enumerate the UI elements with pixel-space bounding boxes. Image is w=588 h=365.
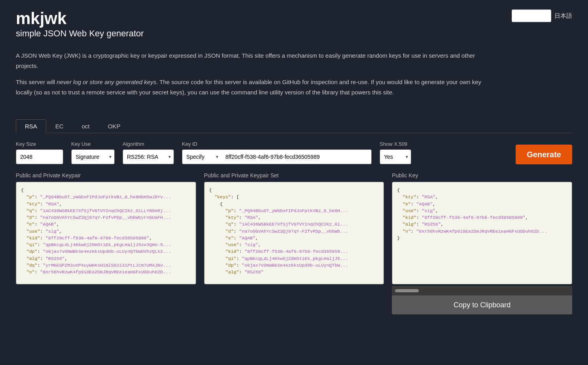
lang-input[interactable] — [512, 9, 551, 22]
kps-line-1: "keys": [ — [209, 194, 379, 200]
pk-line-3: "use": "sig", — [397, 207, 567, 214]
copy-button-area[interactable]: Copy to Clipboard — [392, 295, 572, 314]
generate-button[interactable]: Generate — [516, 145, 572, 164]
key-id-label: Key ID — [182, 141, 372, 147]
show-x509-select[interactable]: Yes No — [380, 149, 411, 164]
kps-line-11: "dp": "o6jax7vONWBkSe4ezKksUpd0b-uLUynQT… — [209, 262, 379, 269]
kps-line-7: "e": "AQAB", — [209, 235, 379, 241]
key-id-group: Key ID Specify Auto — [182, 141, 372, 164]
kp-line-3: "q": "1AC436WSBkEE7XfSjfVGTVYInqChQCIKz_… — [21, 207, 191, 214]
kps-line-12: "alg": "RS256" — [209, 269, 379, 275]
key-id-input[interactable] — [221, 149, 372, 164]
key-use-group: Key Use Signature Encryption — [71, 141, 115, 164]
kp-line-6: "use": "sig", — [21, 228, 191, 235]
pk-line-7: } — [397, 235, 567, 241]
public-key-label: Public Key — [392, 172, 572, 179]
kps-line-2: { — [209, 201, 379, 207]
public-key-panel: Public Key { "kty": "RSA", "e": "AQAB", … — [392, 172, 572, 314]
desc-para2-start: This server will — [16, 79, 57, 85]
kp-line-10: "alg": "RS256", — [21, 255, 191, 262]
app-title: mkjwk — [16, 9, 572, 28]
kp-line-11: "dq": "yrMKEGPZM3uVP4uyWKKsHiNlSG3i31PtL… — [21, 262, 191, 269]
tabs-section: RSA EC oct OKP — [0, 107, 588, 133]
pk-line-2: "e": "AQAB", — [397, 201, 567, 207]
kp-line-0: { — [21, 187, 191, 194]
scrollbar[interactable] — [395, 289, 419, 292]
key-id-row: Specify Auto — [182, 149, 372, 164]
output-grid: Public and Private Keypair { "p": "_PQ94… — [16, 172, 572, 314]
keypair-panel: Public and Private Keypair { "p": "_PQ94… — [16, 172, 196, 314]
show-x509-label: Show X.509 — [380, 141, 411, 147]
copy-to-clipboard-button[interactable]: Copy to Clipboard — [454, 301, 510, 309]
kps-line-0: { — [209, 187, 379, 194]
kps-line-5: "q": "1AC436WSBkEE7XfSjfVGTVYInqChQCIKz_… — [209, 221, 379, 228]
key-size-group: Key Size — [16, 141, 63, 164]
algorithm-label: Algorithm — [123, 141, 174, 147]
key-id-dropdown[interactable]: Specify Auto — [182, 149, 221, 164]
pk-line-4: "kid": "8ff20cff-f538-4af6-97b8-fecd3650… — [397, 214, 567, 221]
controls-section: Key Size Key Use Signature Encryption Al… — [0, 133, 588, 172]
kp-line-5: "e": "AQAB", — [21, 221, 191, 228]
tab-okp[interactable]: OKP — [99, 119, 130, 133]
header: mkjwk simple JSON Web Key generator 日本語 — [0, 0, 588, 43]
scrollbar-area — [392, 286, 572, 295]
kps-line-4: "kty": "RSA", — [209, 214, 379, 221]
key-use-select[interactable]: Signature Encryption — [71, 149, 115, 164]
show-x509-wrapper: Yes No — [380, 149, 411, 164]
desc-para2: This server will never log or store any … — [16, 77, 498, 97]
tab-ec[interactable]: EC — [46, 119, 73, 133]
key-size-input[interactable] — [16, 149, 63, 164]
kps-line-9: "kid": "8ff20cff-f538-4af6-97b8-fecd3650… — [209, 248, 379, 255]
tabs: RSA EC oct OKP — [16, 119, 572, 133]
algorithm-wrapper: RS256: RSA RS384: RSA RS512: RSA — [123, 149, 174, 164]
public-key-box: { "kty": "RSA", "e": "AQAB", "use": "sig… — [392, 182, 572, 284]
key-use-wrapper: Signature Encryption — [71, 149, 115, 164]
kp-line-12: "n": "0Xr56hvRzwK4fp9i0Ea2DmJRqVREeieaHG… — [21, 269, 191, 275]
keypair-set-panel: Public and Private Keypair Set { "keys":… — [204, 172, 384, 314]
keypair-box: { "p": "_PQ94BbuDT_yWGDxFIPdJoFptkVBz_8_… — [16, 182, 196, 284]
app-subtitle: simple JSON Web Key generator — [16, 28, 572, 39]
key-id-dropdown-wrapper: Specify Auto — [182, 149, 221, 164]
description: A JSON Web Key (JWK) is a cryptographic … — [0, 43, 514, 107]
key-size-label: Key Size — [16, 141, 63, 147]
output-section: Public and Private Keypair { "p": "_PQ94… — [0, 172, 588, 322]
kps-line-8: "use": "sig", — [209, 241, 379, 248]
kp-line-4: "d": "na7oOGVAhYcSwZ3Qj97qY-F2fvPDp__vbb… — [21, 214, 191, 221]
tab-oct[interactable]: oct — [73, 119, 99, 133]
kp-line-9: "dp": "o6jax7vONWBkSe4ezKksUpd0b-uLUynQT… — [21, 248, 191, 255]
kps-line-10: "qi": "qpBKcgLdLj4KkwOjZ0m5t1Ek_pkgLHalj… — [209, 255, 379, 262]
key-use-label: Key Use — [71, 141, 115, 147]
lang-switcher: 日本語 — [512, 9, 572, 22]
algorithm-group: Algorithm RS256: RSA RS384: RSA RS512: R… — [123, 141, 174, 164]
show-x509-group: Show X.509 Yes No — [380, 141, 411, 164]
algorithm-select[interactable]: RS256: RSA RS384: RSA RS512: RSA — [123, 149, 174, 164]
pk-line-6: "n": "0Xr56hvRzwK4fp9i0Ea2DmJRqVREeieaHG… — [397, 228, 567, 235]
keypair-label: Public and Private Keypair — [16, 172, 196, 179]
lang-button[interactable]: 日本語 — [554, 12, 572, 20]
tab-rsa[interactable]: RSA — [16, 119, 46, 133]
kps-line-3: "p": "_PQ94BbuDT_yWGDxFIPdJoFptkVBz_8_he… — [209, 207, 379, 214]
kp-line-7: "kid": "8ff20cff-f538-4af6-97b8-fecd3650… — [21, 235, 191, 241]
desc-para1: A JSON Web Key (JWK) is a cryptographic … — [16, 51, 498, 71]
pk-line-5: "alg": "RS256", — [397, 221, 567, 228]
kps-line-6: "d": "na7oOGVAhYcSwZ3Qj97qY-F2fvPDp__vbb… — [209, 228, 379, 235]
pk-line-1: "kty": "RSA", — [397, 194, 567, 200]
kp-line-8: "qi": "qpBKcgLdLj4KkwOjZ0m5t1Ek_pkgLHalj… — [21, 241, 191, 248]
keypair-set-box: { "keys": [ { "p": "_PQ94BbuDT_yWGDxFIPd… — [204, 182, 384, 284]
keypair-set-label: Public and Private Keypair Set — [204, 172, 384, 179]
kp-line-1: "p": "_PQ94BbuDT_yWGDxFIPdJoFptkVBz_8_he… — [21, 194, 191, 200]
pk-line-0: { — [397, 187, 567, 194]
kp-line-2: "kty": "RSA", — [21, 201, 191, 207]
desc-para2-italic: never log or store any generated keys — [57, 79, 156, 85]
